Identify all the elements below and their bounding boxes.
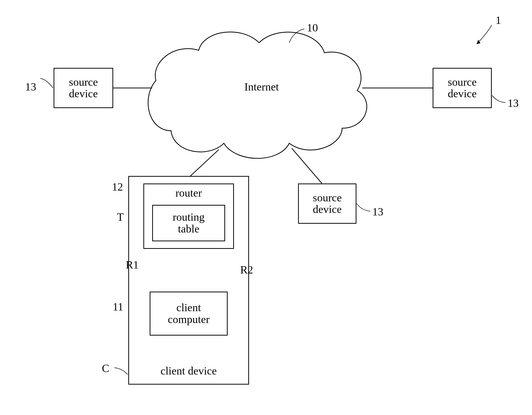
- source-bottom-line1: source: [313, 192, 342, 204]
- source-left-line2: device: [69, 88, 98, 100]
- source-device-left: source device: [54, 68, 113, 108]
- source-right-ref: 13: [508, 97, 519, 110]
- cloud-shape: [148, 32, 367, 158]
- client-computer-line1: client: [168, 302, 210, 313]
- r2-label: R2: [240, 263, 253, 276]
- internet-label: Internet: [234, 80, 289, 93]
- diagram-svg-layer: [0, 0, 532, 415]
- client-computer-line2: computer: [168, 314, 210, 325]
- source-bottom-ref: 13: [372, 205, 383, 218]
- source-right-line1: source: [448, 76, 477, 88]
- routing-table-line1: routing: [173, 211, 204, 223]
- source-device-bottom: source device: [298, 183, 356, 224]
- source-left-ref: 13: [25, 80, 36, 93]
- router-ref: 12: [112, 180, 123, 193]
- client-device-label: client device: [160, 365, 217, 377]
- source-device-right: source device: [433, 68, 492, 108]
- source-right-line2: device: [448, 88, 477, 100]
- client-device-ref: C: [102, 362, 109, 375]
- r1-label: R1: [126, 258, 139, 271]
- client-computer-ref: 11: [113, 300, 123, 313]
- figure-ref-1: 1: [496, 14, 501, 27]
- svg-line-3: [292, 148, 322, 183]
- routing-table-line2: table: [173, 223, 204, 235]
- router-label: router: [175, 187, 202, 199]
- source-bottom-line2: device: [313, 204, 342, 215]
- routing-table-ref: T: [117, 211, 124, 223]
- client-computer-box: client computer: [150, 292, 228, 336]
- internet-ref: 10: [307, 21, 318, 34]
- source-left-line1: source: [69, 76, 98, 88]
- routing-table-box: routing table: [152, 205, 225, 241]
